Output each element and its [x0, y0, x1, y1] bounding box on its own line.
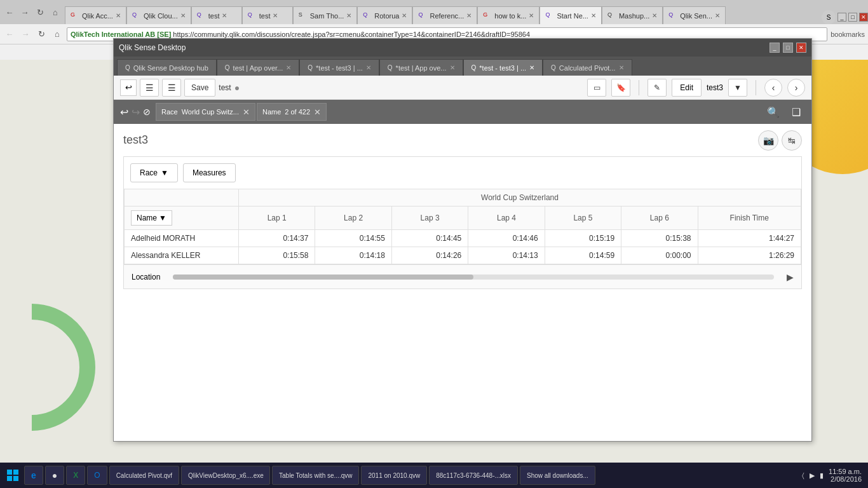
- browser-tab-6[interactable]: Q Referenc... ✕: [412, 6, 477, 24]
- camera-icon-btn[interactable]: 📷: [758, 130, 778, 151]
- qlik-tab-1-close[interactable]: ✕: [286, 64, 291, 71]
- prev-sheet-btn[interactable]: ‹: [764, 79, 782, 97]
- browser-tab-8[interactable]: Q Start Ne... ✕: [539, 6, 602, 24]
- browser-tab-0[interactable]: G Qlik Acc... ✕: [65, 6, 126, 24]
- qlik-close-btn[interactable]: ✕: [796, 43, 806, 53]
- taskbar-show-downloads[interactable]: Show all downloads...: [520, 466, 595, 485]
- taskbar-excel-icon[interactable]: X: [66, 466, 85, 485]
- qlik-tab-3-close[interactable]: ✕: [450, 64, 455, 71]
- race-dimension-btn[interactable]: Race ▼: [130, 163, 178, 182]
- qlik-tab-1[interactable]: Q test | App over... ✕: [217, 59, 299, 76]
- taskbar-item-4[interactable]: 88c117c3-6736-448-...xlsx: [429, 466, 518, 485]
- pencil-icon-btn[interactable]: ✎: [648, 79, 667, 97]
- network-tray-icon[interactable]: 〈: [802, 471, 804, 480]
- qlik-minimize-btn[interactable]: _: [770, 43, 780, 53]
- grid-view-btn[interactable]: ▭: [587, 79, 606, 97]
- tab-close-6[interactable]: ✕: [466, 12, 471, 19]
- close-button[interactable]: ✕: [859, 13, 868, 22]
- col-lap4: Lap 4: [468, 207, 545, 230]
- tab-close-4[interactable]: ✕: [346, 12, 351, 19]
- refresh-button[interactable]: ↻: [34, 6, 46, 18]
- browser-tab-9[interactable]: Q Mashup... ✕: [602, 6, 663, 24]
- filter-chip-name[interactable]: Name 2 of 422 ✕: [257, 103, 327, 121]
- list-view-btn[interactable]: ☰: [162, 79, 181, 97]
- filter-name-remove[interactable]: ✕: [314, 107, 321, 117]
- browser-tab-7[interactable]: G how to k... ✕: [477, 6, 539, 24]
- filter-race-remove[interactable]: ✕: [243, 107, 250, 117]
- browser-tab-2[interactable]: Q test ✕: [191, 6, 242, 24]
- qlik-tab-4-close[interactable]: ✕: [529, 64, 534, 71]
- filter-back-btn[interactable]: ↩: [120, 106, 128, 118]
- taskbar-item-3[interactable]: 2011 on 2010.qvw: [361, 466, 427, 485]
- taskbar-item-1[interactable]: QlikViewDesktop_x6....exe: [181, 466, 270, 485]
- taskbar-chrome-icon[interactable]: ●: [45, 466, 64, 485]
- horizontal-scrollbar[interactable]: [173, 274, 774, 280]
- fullscreen-sheet-btn[interactable]: ↹: [782, 130, 802, 151]
- tab-favicon-7: G: [483, 11, 492, 20]
- browser-tab-4[interactable]: S Sam Tho... ✕: [293, 6, 358, 24]
- save-button[interactable]: Save: [184, 79, 215, 97]
- back-nav-btn[interactable]: ←: [3, 28, 16, 41]
- taskbar-ie-icon[interactable]: e: [24, 466, 43, 485]
- filter-chip-race[interactable]: Race World Cup Switz... ✕: [156, 103, 255, 121]
- measures-btn[interactable]: Measures: [183, 163, 236, 182]
- undo-redo-controls: ↩: [120, 79, 137, 96]
- app-name-label: test: [219, 83, 231, 92]
- next-sheet-btn[interactable]: ›: [787, 79, 805, 97]
- tab-close-0[interactable]: ✕: [116, 12, 121, 19]
- filter-clear-btn[interactable]: ⊘: [143, 107, 151, 117]
- battery-tray-icon[interactable]: ▮: [820, 471, 824, 480]
- fullscreen-icon-btn[interactable]: ❑: [787, 103, 805, 121]
- qlik-tab-2-close[interactable]: ✕: [366, 64, 371, 71]
- qlik-tab-3[interactable]: Q *test | App ove... ✕: [379, 59, 463, 76]
- sound-tray-icon[interactable]: ▶: [810, 471, 815, 480]
- tab-label-0: Qlik Acc...: [82, 12, 113, 20]
- location-arrow-icon[interactable]: ▶: [787, 272, 794, 282]
- bookmark-btn[interactable]: 🔖: [611, 79, 630, 97]
- tab-close-7[interactable]: ✕: [529, 12, 534, 19]
- forward-button[interactable]: →: [18, 6, 31, 18]
- filter-forward-btn[interactable]: ↪: [132, 106, 140, 118]
- qlik-title-bar: Qlik Sense Desktop _ □ ✕: [114, 39, 811, 57]
- qlik-tab-5-close[interactable]: ✕: [619, 64, 624, 71]
- bookmarks-label[interactable]: bookmarks: [831, 30, 865, 38]
- browser-tab-1[interactable]: Q Qlik Clou... ✕: [126, 6, 191, 24]
- back-button[interactable]: ←: [3, 6, 16, 18]
- selections-icon-btn[interactable]: ☰: [140, 79, 159, 97]
- qlik-tab-2-label: *test - test3 | ...: [316, 64, 363, 72]
- browser-tab-3[interactable]: Q test ✕: [242, 6, 293, 24]
- qlik-tab-4[interactable]: Q *test - test3 | ... ✕: [463, 59, 543, 76]
- sheet-action-icons: 📷 ↹: [758, 130, 802, 151]
- pivot-controls: Race ▼ Measures: [124, 157, 801, 189]
- qlik-restore-btn[interactable]: □: [783, 43, 793, 53]
- tab-close-8[interactable]: ✕: [591, 12, 596, 19]
- minimize-button[interactable]: _: [837, 13, 846, 22]
- tab-close-1[interactable]: ✕: [180, 12, 186, 19]
- maximize-button[interactable]: □: [848, 13, 857, 22]
- tab-close-9[interactable]: ✕: [652, 12, 657, 19]
- home-button[interactable]: ⌂: [49, 6, 62, 18]
- browser-tab-5[interactable]: Q Rotorua ✕: [357, 6, 412, 24]
- tab-close-5[interactable]: ✕: [402, 12, 407, 19]
- sheet-options-btn[interactable]: ▼: [728, 79, 747, 97]
- browser-tab-10[interactable]: Q Qlik Sen... ✕: [663, 6, 726, 24]
- edit-button[interactable]: Edit: [672, 79, 702, 97]
- tab-close-3[interactable]: ✕: [273, 12, 278, 19]
- col-lap3: Lap 3: [391, 207, 468, 230]
- refresh-nav-btn[interactable]: ↻: [35, 28, 48, 41]
- home-nav-btn[interactable]: ⌂: [51, 28, 64, 41]
- qlik-tab-2[interactable]: Q *test - test3 | ... ✕: [299, 59, 379, 76]
- user-avatar[interactable]: S: [822, 10, 836, 24]
- start-button[interactable]: [3, 466, 22, 485]
- undo-button[interactable]: ↩: [120, 79, 137, 96]
- taskbar-outlook-icon[interactable]: O: [87, 466, 107, 485]
- taskbar-item-0[interactable]: Calculated Pivot.qvf: [109, 466, 179, 485]
- taskbar-item-2[interactable]: Table Totals with se....qvw: [272, 466, 359, 485]
- tab-close-10[interactable]: ✕: [715, 12, 720, 19]
- tab-close-2[interactable]: ✕: [222, 12, 227, 19]
- search-icon-btn[interactable]: 🔍: [764, 103, 782, 121]
- qlik-tab-hub[interactable]: Q Qlik Sense Desktop hub: [117, 59, 217, 76]
- forward-nav-btn[interactable]: →: [19, 28, 32, 41]
- qlik-tab-5[interactable]: Q Calculated Pivot... ✕: [543, 59, 632, 76]
- name-sort-button[interactable]: Name ▼: [131, 210, 172, 226]
